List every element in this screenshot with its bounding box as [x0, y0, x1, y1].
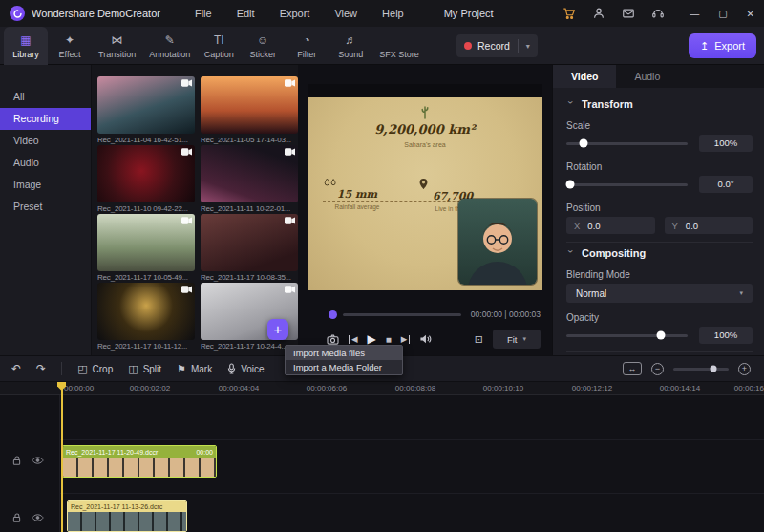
scale-value[interactable]: 100%	[699, 135, 753, 152]
volume-icon[interactable]	[419, 333, 432, 345]
timeline-ruler[interactable]: 00:00:00 00:00:02:02 00:00:04:04 00:00:0…	[0, 382, 764, 395]
chevron-down-icon: ›	[565, 100, 576, 108]
tab-sfx-store[interactable]: SFX Store	[372, 27, 426, 65]
import-media-button[interactable]: +	[267, 319, 288, 340]
record-chevron-down-icon[interactable]: ▾	[526, 42, 530, 51]
media-item[interactable]: Rec_2021-11-11 10-22-01...	[201, 145, 298, 214]
transform-section-header[interactable]: › Transform	[566, 97, 753, 111]
rotation-value[interactable]: 0.0°	[699, 176, 753, 193]
tab-audio-properties[interactable]: Audio	[616, 65, 678, 88]
menu-edit[interactable]: Edit	[237, 8, 255, 19]
tab-caption[interactable]: TI Caption	[197, 27, 241, 65]
opacity-value[interactable]: 100%	[699, 327, 753, 344]
eye-icon[interactable]	[32, 456, 44, 465]
media-item[interactable]: Rec_2021-11-05 17-14-03...	[201, 76, 298, 145]
tab-sticker[interactable]: ☺ Sticker	[241, 27, 285, 65]
tab-annotation[interactable]: ✎ Annotation	[142, 27, 197, 65]
webcam-overlay[interactable]	[458, 199, 537, 285]
media-item[interactable]: Rec_2021-11-04 16-42-51...	[97, 76, 195, 145]
sidebar-item-image[interactable]: Image	[0, 174, 91, 196]
map-pin-icon	[418, 178, 487, 190]
split-icon: ◫	[128, 363, 138, 375]
menu-item-import-media-folder[interactable]: Import a Media Folder	[286, 360, 402, 374]
rotation-slider[interactable]	[566, 183, 688, 186]
zoom-in-button[interactable]: +	[738, 363, 751, 375]
support-headset-icon[interactable]	[651, 7, 665, 20]
annotation-icon: ✎	[165, 34, 175, 48]
menu-view[interactable]: View	[334, 8, 357, 19]
redo-button[interactable]: ↷	[36, 362, 46, 375]
scale-slider[interactable]	[566, 142, 688, 145]
opacity-slider[interactable]	[566, 334, 688, 337]
mark-button[interactable]: ⚑ Mark	[177, 363, 212, 375]
chevron-down-icon: ›	[565, 249, 576, 257]
position-y-field[interactable]: Y 0.0	[665, 217, 753, 234]
video-camera-icon	[181, 286, 192, 293]
tab-effect[interactable]: ✦ Effect	[48, 27, 92, 65]
lock-icon[interactable]	[11, 512, 22, 523]
menu-file[interactable]: File	[195, 8, 212, 19]
menu-item-import-media-files[interactable]: Import Media files	[286, 346, 402, 360]
zoom-out-button[interactable]: −	[651, 363, 664, 375]
scrubber-handle[interactable]	[329, 310, 337, 319]
media-item[interactable]: Rec_2021-11-17 10-24-4...	[201, 283, 298, 351]
mark-flag-icon: ⚑	[177, 363, 186, 375]
voice-button[interactable]: Voice	[227, 363, 264, 374]
clip-filmstrip	[63, 458, 216, 477]
timeline-clip-2[interactable]: Rec_2021-11-17 11-13-26.dcrc	[67, 500, 187, 532]
timeline-clip-1[interactable]: Rec_2021-11-17 11-20-49.dccr 00:00	[62, 445, 217, 478]
minimize-button[interactable]: —	[690, 9, 699, 19]
divider	[566, 242, 753, 243]
play-button[interactable]: ▶	[368, 332, 376, 346]
sidebar-item-all[interactable]: All	[0, 86, 91, 108]
fullscreen-icon[interactable]: ⊡	[475, 333, 483, 346]
split-button[interactable]: ◫ Split	[128, 363, 161, 375]
position-label: Position	[566, 202, 753, 213]
opacity-label: Opacity	[566, 312, 753, 323]
record-button[interactable]: Record ▾	[456, 34, 538, 57]
video-camera-icon	[285, 148, 295, 156]
playhead-line[interactable]	[61, 382, 63, 532]
timeline-zoom-slider[interactable]	[673, 368, 729, 371]
tab-filter[interactable]: ◔ Filter	[285, 27, 329, 65]
sound-icon: ♬	[345, 34, 356, 48]
export-button[interactable]: ↥ Export	[689, 33, 756, 58]
mail-icon[interactable]	[622, 7, 635, 20]
close-button[interactable]: ✕	[747, 9, 754, 19]
undo-button[interactable]: ↶	[11, 362, 21, 375]
record-dot-icon	[464, 42, 472, 50]
maximize-button[interactable]: ▢	[718, 9, 727, 19]
media-item[interactable]: Rec_2021-11-17 10-08-35...	[201, 214, 298, 283]
media-item[interactable]: Rec_2021-11-17 10-11-12...	[97, 283, 195, 351]
preview-video[interactable]: 9,200,000 km² Sahara's area 15 mm Rainfa…	[308, 84, 542, 290]
stop-button[interactable]: ■	[386, 334, 392, 345]
scrubber-track[interactable]	[343, 313, 461, 316]
next-frame-button[interactable]: ▶	[401, 334, 411, 344]
sidebar-item-audio[interactable]: Audio	[0, 152, 91, 174]
chevron-down-icon: ▾	[523, 335, 527, 343]
sidebar-item-recording[interactable]: Recording	[0, 108, 91, 130]
tab-video-properties[interactable]: Video	[553, 65, 616, 88]
tab-sound[interactable]: ♬ Sound	[329, 27, 372, 65]
tab-library[interactable]: ▦ Library	[4, 27, 48, 65]
compositing-section-header[interactable]: › Compositing	[566, 246, 753, 260]
media-item[interactable]: Rec_2021-11-10 09-42-22...	[97, 145, 195, 214]
lock-icon[interactable]	[11, 455, 22, 466]
sidebar-item-video[interactable]: Video	[0, 130, 91, 152]
snapshot-camera-icon[interactable]	[327, 334, 339, 345]
fit-timeline-icon[interactable]: ↔	[623, 362, 642, 375]
cart-icon[interactable]	[562, 7, 576, 20]
crop-button[interactable]: ◰ Crop	[77, 363, 113, 375]
position-x-field[interactable]: X 0.0	[566, 217, 655, 234]
media-item[interactable]: Rec_2021-11-17 10-05-49...	[97, 214, 195, 283]
playback-scrubber: 00:00:00 | 00:00:03	[329, 309, 541, 319]
menu-export[interactable]: Export	[280, 8, 310, 19]
blending-mode-dropdown[interactable]: Normal ▾	[566, 284, 753, 303]
tab-transition[interactable]: ⋈ Transition	[92, 27, 142, 65]
fit-dropdown[interactable]: Fit ▾	[493, 330, 541, 349]
sidebar-item-preset[interactable]: Preset	[0, 196, 91, 218]
previous-frame-button[interactable]: ◀	[349, 334, 358, 344]
menu-help[interactable]: Help	[382, 8, 404, 19]
eye-icon[interactable]	[32, 513, 44, 522]
account-icon[interactable]	[592, 7, 605, 20]
